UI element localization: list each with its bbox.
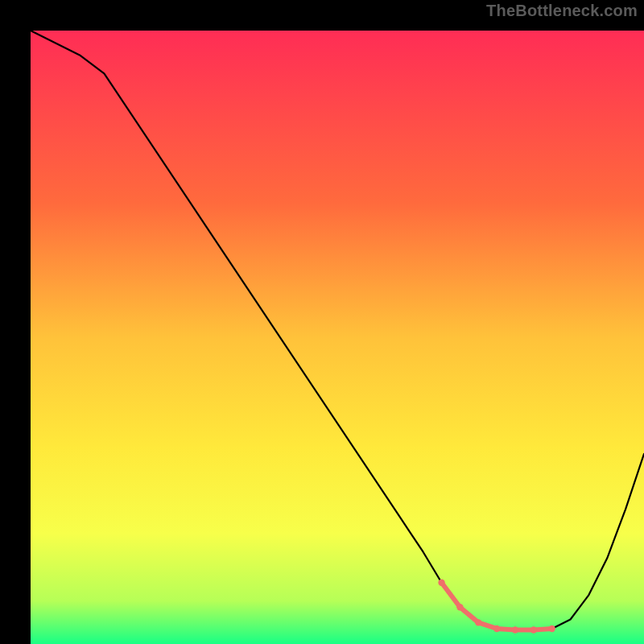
chart-plot <box>31 31 644 644</box>
series-highlight-segment-dot <box>549 625 555 632</box>
series-highlight-segment-dot <box>438 580 444 586</box>
series-highlight-segment-dot <box>512 626 518 633</box>
series-highlight-segment-dot <box>530 626 537 633</box>
watermark-text: TheBottleneck.com <box>486 2 638 20</box>
series-highlight-segment-dot <box>493 625 500 632</box>
chart-background <box>31 31 644 644</box>
chart-frame <box>15 15 629 629</box>
series-highlight-segment-dot <box>475 619 481 625</box>
series-highlight-segment-dot <box>456 604 463 610</box>
